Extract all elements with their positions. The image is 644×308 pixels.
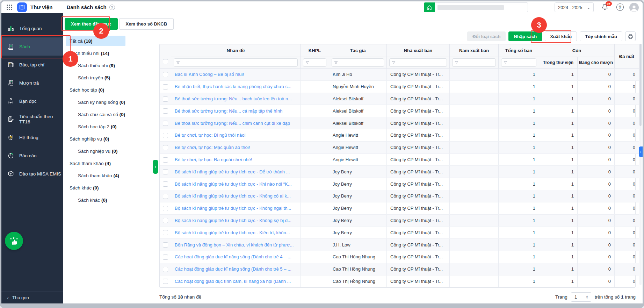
cell-in-library: 1 (539, 190, 578, 202)
avatar[interactable] (629, 3, 639, 12)
category-item[interactable]: Sách chữ cái và số (0) (66, 109, 125, 120)
filter-title-cell (171, 57, 301, 69)
category-item[interactable]: Sách nghiệp vụ (0) (66, 146, 125, 156)
category-item[interactable]: Sách kỹ năng sống (0) (66, 97, 125, 107)
book-title-link[interactable]: Bé tự chơi, tự học: Đi ngủ thôi nào! (175, 132, 246, 138)
book-title-link[interactable]: Các hoạt động giáo dục kĩ năng sống (Dàn… (175, 254, 291, 259)
school-search-input[interactable] (435, 2, 528, 12)
row-checkbox[interactable] (163, 72, 168, 77)
cell-in-library: 1 (539, 141, 578, 153)
book-title-link[interactable]: Bộ sách kĩ năng giúp trẻ tư duy tích cực… (175, 181, 292, 187)
book-title-link[interactable]: Bác sĩ Kính Coong – Bé bị sổ mũi! (175, 72, 244, 77)
row-checkbox[interactable] (163, 230, 168, 235)
book-title-link[interactable]: Bé thoả sức tưởng tượng: Nếu... chim cán… (175, 121, 290, 126)
sidebar-item-reader[interactable]: Bạn đọc (1, 92, 63, 110)
sidebar-item-newspaper[interactable]: Báo, tạp chí (1, 56, 63, 74)
sidebar-item-settings[interactable]: Hệ thống (1, 128, 63, 146)
category-item[interactable]: Sách tham khảo (4) (66, 158, 125, 169)
book-title-link[interactable]: Các hoạt động giáo dục tình cảm, kĩ năng… (175, 279, 291, 284)
notifications-button[interactable]: 9+ (601, 3, 609, 12)
filter-total-input[interactable] (501, 58, 536, 67)
sidebar-item-overview[interactable]: Tổng quan (1, 19, 63, 37)
category-item[interactable]: Sách học tập 2 (0) (66, 121, 125, 132)
expand-side-panel-handle[interactable]: ‹ (639, 146, 643, 157)
row-checkbox[interactable] (163, 255, 168, 260)
feedback-fab[interactable] (5, 232, 23, 250)
customize-template-button[interactable]: Tùy chỉnh mẫu (580, 31, 622, 41)
book-title-link[interactable]: Bộ sách kĩ năng giúp trẻ tư duy tích cực… (175, 230, 290, 235)
sidebar-collapse-button[interactable]: ‹ Thu gọn (1, 292, 63, 303)
book-title-link[interactable]: Bé nhận biết, thực hành các kĩ năng phòn… (175, 84, 291, 89)
category-item[interactable]: Sách tham khảo (4) (66, 170, 125, 181)
book-title-link[interactable]: Bé tự chơi, tự học: Mặc quần áo thôi! (175, 145, 250, 150)
category-item[interactable]: Sách thiếu nhi (9) (66, 60, 125, 71)
book-title-link[interactable]: Bộ sách kĩ năng giúp trẻ tư duy tích cực… (175, 206, 291, 211)
cell-lost: 0 (615, 129, 639, 141)
row-checkbox[interactable] (163, 145, 168, 150)
filter-year-input[interactable] (452, 58, 496, 67)
row-checkbox[interactable] (163, 84, 168, 89)
export-button[interactable]: Xuất khẩu (545, 31, 577, 41)
row-checkbox[interactable] (163, 157, 168, 163)
cell-khpl (301, 93, 329, 105)
sidebar-item-report[interactable]: Báo cáo (1, 146, 63, 165)
page-stepper[interactable]: 1 ▲ ▼ (571, 292, 591, 302)
category-item[interactable]: Sách nghiệp vụ (0) (66, 134, 125, 144)
category-item[interactable]: Sách thiếu nhi (14) (66, 48, 125, 58)
row-checkbox[interactable] (163, 194, 168, 199)
book-title-link[interactable]: Bé thoả sức tưởng tượng: Nếu... cá mập t… (175, 108, 282, 114)
row-checkbox[interactable] (163, 206, 168, 211)
select-all-checkbox[interactable] (163, 59, 168, 64)
step-down-icon[interactable]: ▼ (586, 297, 588, 299)
row-checkbox[interactable] (163, 267, 168, 272)
import-books-button[interactable]: Nhập sách (508, 31, 542, 41)
book-title-link[interactable]: Bé thoả sức tưởng tượng: Nếu... bạch tuộ… (175, 96, 292, 101)
book-title-link[interactable]: Bốn Răng và đồng bọn – Xin chào, vị khác… (175, 242, 294, 248)
school-year-select[interactable]: 2024 - 2025 ⌄ (555, 2, 594, 12)
filter-khpl-input[interactable] (303, 58, 326, 67)
tab-view-by-title[interactable]: Xem theo đầu mục (65, 18, 118, 30)
sidebar-item-borrow-return[interactable]: Mượn trả (1, 74, 63, 92)
row-checkbox[interactable] (163, 133, 168, 138)
sidebar-item-book[interactable]: Sách (1, 37, 63, 56)
row-checkbox[interactable] (163, 279, 168, 284)
collapse-category-panel-handle[interactable]: ‹ (153, 160, 158, 174)
filter-author-input[interactable] (332, 58, 384, 67)
table-row: Bé thoả sức tưởng tượng: Nếu... bạch tuộ… (160, 93, 639, 105)
cell-lent: 0 (578, 275, 615, 287)
row-checkbox[interactable] (163, 169, 168, 174)
help-icon[interactable]: ? (616, 3, 624, 11)
book-title-link[interactable]: Bé tự chơi, tự học: Ra ngoài chơi nhé! (175, 157, 252, 162)
row-checkbox[interactable] (163, 96, 168, 102)
page-help-icon[interactable]: ? (109, 5, 115, 10)
table-row: Các hoạt động giáo dục kĩ năng sống (Dàn… (160, 263, 639, 275)
row-checkbox[interactable] (163, 242, 168, 248)
table-row: Bé thoả sức tưởng tượng: Nếu... cá mập t… (160, 105, 639, 117)
print-button[interactable] (625, 31, 636, 41)
row-checkbox[interactable] (163, 108, 168, 114)
category-item[interactable]: Sách khác (0) (66, 195, 125, 205)
sidebar-item-standards[interactable]: Tiêu chuẩn theo TT16 (1, 110, 63, 128)
category-item[interactable]: Sách học tập (0) (66, 85, 125, 95)
sidebar-item-training[interactable]: Đào tạo MISA EMIS (1, 165, 63, 183)
tab-view-by-dkcb[interactable]: Xem theo số ĐKCB (119, 18, 174, 30)
vertical-scrollbar[interactable] (639, 44, 642, 285)
row-checkbox[interactable] (163, 121, 168, 126)
row-checkbox[interactable] (163, 181, 168, 187)
home-icon[interactable] (424, 2, 435, 12)
cell-lost: 0 (615, 141, 639, 153)
scrollbar-thumb[interactable] (639, 44, 642, 126)
change-book-type-button[interactable]: Đổi loại sách (467, 31, 506, 41)
category-item[interactable]: Tất cả (18) (66, 36, 125, 46)
book-title-link[interactable]: Bộ sách kĩ năng giúp trẻ tư duy tích cực… (175, 193, 291, 199)
filter-publisher-input[interactable] (389, 58, 447, 67)
total-summary: Tổng số 18 nhan đề (159, 294, 201, 300)
category-item[interactable]: Sách khác (0) (66, 182, 125, 193)
app-grid-icon[interactable] (6, 4, 13, 10)
filter-title-input[interactable] (174, 58, 298, 67)
row-checkbox[interactable] (163, 218, 168, 223)
category-item[interactable]: Sách truyện (5) (66, 72, 125, 83)
book-title-link[interactable]: Bộ sách kĩ năng giúp trẻ tư duy tích cực… (175, 218, 291, 223)
book-title-link[interactable]: Bộ sách kĩ năng giúp trẻ tư duy tích cực… (175, 169, 290, 174)
book-title-link[interactable]: Các hoạt động giáo dục kĩ năng sống (Dàn… (175, 266, 291, 272)
